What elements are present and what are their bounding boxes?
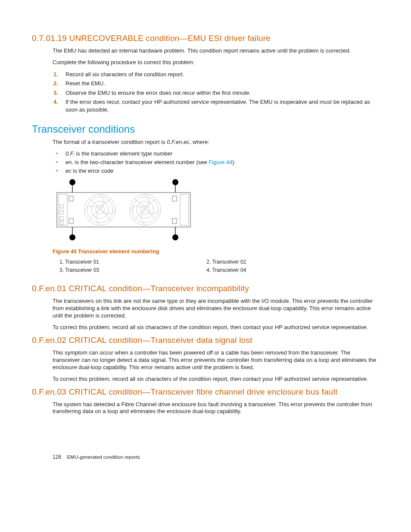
figure-legend: 1. Transceiver 01 3. Transceiver 03 2. T… <box>59 258 379 274</box>
section-heading-fen02: 0.F.en.02 CRITICAL condition—Transceiver… <box>32 336 379 345</box>
paragraph: The system has detected a Fibre Channel … <box>53 401 379 416</box>
page-footer: 128 EMU-generated condition reports <box>53 454 140 460</box>
paragraph: To correct this problem, record all six … <box>53 376 379 383</box>
svg-rect-13 <box>172 218 177 224</box>
footer-title: EMU-generated condition reports <box>67 454 140 460</box>
transceiver-diagram-icon <box>53 178 195 243</box>
svg-rect-5 <box>59 194 67 225</box>
list-item: en. is the two-character transceiver ele… <box>53 159 379 166</box>
svg-rect-4 <box>57 193 190 227</box>
list-item: 0.F. is the transceiver element type num… <box>53 150 379 158</box>
paragraph: Complete the following procedure to corr… <box>53 59 379 66</box>
svg-rect-11 <box>69 218 73 224</box>
list-item: If the error does recur, contact your HP… <box>53 98 379 113</box>
section-heading-transceiver: Transceiver conditions <box>32 123 379 135</box>
paragraph: To correct this problem, record all six … <box>53 324 379 331</box>
text: The format of a transceiver condition re… <box>53 139 167 145</box>
list-item: Record all six characters of the conditi… <box>53 71 379 78</box>
paragraph: The transceivers on this link are not th… <box>53 298 379 320</box>
figure-diagram <box>53 178 379 243</box>
page-number: 128 <box>53 454 61 460</box>
bullet-list: 0.F. is the transceiver element type num… <box>53 150 379 174</box>
section-heading-fen01: 0.F.en.01 CRITICAL condition—Transceiver… <box>32 284 379 293</box>
italic-text: en. <box>65 159 73 165</box>
list-item: Reset the EMU. <box>53 80 379 87</box>
section-heading-fen03: 0.F.en.03 CRITICAL condition—Transceiver… <box>32 387 379 397</box>
text: is the two-character transceiver element… <box>73 159 209 165</box>
svg-rect-8 <box>60 217 63 220</box>
text: ) <box>232 159 234 165</box>
italic-text: 0.F.en.ec <box>167 139 190 145</box>
legend-item: 3. Transceiver 03 <box>59 266 206 274</box>
paragraph: The EMU has detected an internal hardwar… <box>53 47 379 55</box>
legend-item: 4. Transceiver 04 <box>206 266 353 274</box>
section-heading-emu-esi: 0.7.01.19 UNRECOVERABLE condition—EMU ES… <box>32 34 379 43</box>
figure-link[interactable]: Figure 44 <box>209 159 232 165</box>
legend-item: 2. Transceiver 02 <box>206 258 353 266</box>
svg-rect-9 <box>60 221 63 224</box>
text: is the error code <box>72 168 114 174</box>
svg-rect-6 <box>60 205 63 208</box>
figure-caption: Figure 44 Transceiver element numbering <box>53 249 379 255</box>
italic-text: 0.F. <box>65 150 75 157</box>
italic-text: ec <box>65 168 72 174</box>
svg-rect-12 <box>172 196 177 201</box>
text: is the transceiver element type number <box>75 150 173 157</box>
legend-item: 1. Transceiver 01 <box>59 258 206 266</box>
text: , where: <box>190 139 209 145</box>
svg-rect-7 <box>60 211 63 214</box>
list-item: ec is the error code <box>53 167 379 175</box>
svg-rect-14 <box>180 194 189 225</box>
paragraph: The format of a transceiver condition re… <box>53 139 379 146</box>
paragraph: This symptom can occur when a controller… <box>53 349 379 371</box>
list-item: Observe the EMU to ensure the error does… <box>53 89 379 97</box>
ordered-list: Record all six characters of the conditi… <box>53 71 379 114</box>
svg-rect-10 <box>69 196 73 201</box>
